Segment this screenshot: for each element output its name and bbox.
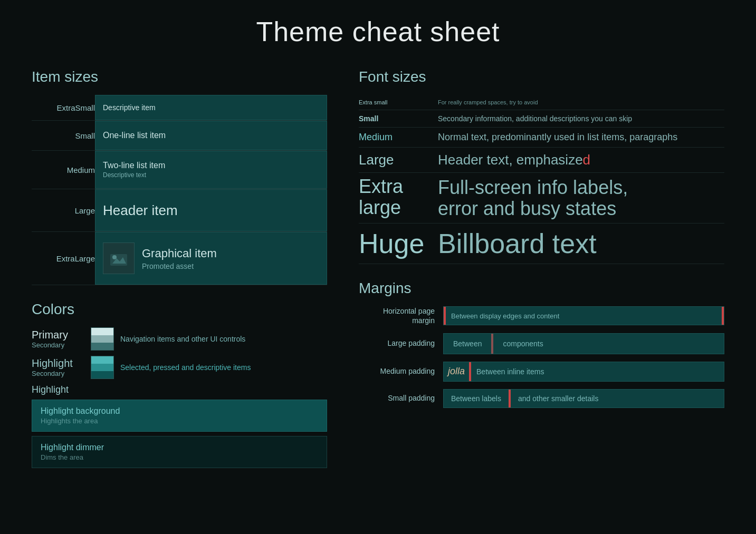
table-row: ExtraSmall Descriptive item <box>32 95 327 121</box>
item-sizes-title: Item sizes <box>32 69 327 85</box>
fs-label-sm: Small <box>359 110 438 128</box>
mp-text: Between inline items <box>471 367 544 376</box>
lp-left: Between <box>444 334 491 354</box>
hpm-marker-right <box>722 307 724 325</box>
hpm-text: Between display edges and content <box>451 312 559 320</box>
table-row: Small One-line list item <box>32 121 327 151</box>
mp-logo: jolla <box>444 366 469 377</box>
margin-visual-sp: Between labels and other smaller details <box>443 389 724 408</box>
color-desc-highlight: Selected, pressed and descriptive items <box>120 363 251 372</box>
margin-visual-hpm: Between display edges and content <box>443 306 724 325</box>
size-label-lg: Large <box>32 189 95 232</box>
fs-desc-huge: Billboard text <box>438 224 724 264</box>
margin-visual-lp: Between components <box>443 333 724 354</box>
margins-section: Margins Horizontal pagemargin Between di… <box>359 280 724 407</box>
margin-visual-mp: jolla Between inline items <box>443 362 724 382</box>
graphical-item-image <box>103 242 135 274</box>
table-row: Extralarge Full-screen info labels,error… <box>359 173 724 224</box>
color-row-highlight: Highlight Secondary Selected, pressed an… <box>32 356 327 379</box>
color-swatch-highlight <box>91 356 114 379</box>
graphical-item-text: Graphical item Promoted asset <box>142 247 217 270</box>
color-desc-primary: Navigation items and other UI controls <box>120 335 245 343</box>
margin-row-lp: Large padding Between components <box>359 333 724 354</box>
fs-label-xs: Extra small <box>359 95 438 110</box>
margin-row-hpm: Horizontal pagemargin Between display ed… <box>359 306 724 325</box>
highlight-dimmer-title: Highlight dimmer <box>41 443 318 452</box>
size-box-xl: Graphical item Promoted asset <box>95 232 327 285</box>
color-label-primary: Primary Secondary <box>32 329 84 349</box>
size-box-lg: Header item <box>95 189 327 231</box>
color-label-highlight: Highlight Secondary <box>32 357 84 377</box>
fs-desc-xl: Full-screen info labels,error and busy s… <box>438 173 724 224</box>
fs-desc-sm: Secondary information, additional descri… <box>438 110 724 128</box>
margins-title: Margins <box>359 280 724 297</box>
fs-label-md: Medium <box>359 128 438 148</box>
color-swatch-primary <box>91 327 114 351</box>
size-box-xs: Descriptive item <box>95 95 327 120</box>
size-label-xs: ExtraSmall <box>32 95 95 121</box>
svg-point-2 <box>112 255 117 259</box>
size-box-md: Two-line list item Descriptive text <box>95 151 327 189</box>
colors-section: Colors Primary Secondary Navigation item… <box>32 301 327 468</box>
fs-label-xl: Extralarge <box>359 173 438 224</box>
margin-label-sp: Small padding <box>359 393 443 403</box>
margin-label-mp: Medium padding <box>359 366 443 376</box>
fs-desc-xs: For really cramped spaces, try to avoid <box>438 95 724 110</box>
svg-rect-0 <box>110 254 127 266</box>
fs-label-huge: Huge <box>359 224 438 264</box>
font-sizes-table: Extra small For really cramped spaces, t… <box>359 95 724 264</box>
color-row-primary: Primary Secondary Navigation items and o… <box>32 327 327 351</box>
highlight-label: Highlight <box>32 384 327 395</box>
page-title: Theme cheat sheet <box>0 0 756 63</box>
highlight-dimmer-sub: Dims the area <box>41 453 318 461</box>
table-row: ExtraLarge Graphical item <box>32 232 327 285</box>
table-row: Medium Normal text, predominantly used i… <box>359 128 724 148</box>
fs-label-lg: Large <box>359 148 438 173</box>
highlight-bg-title: Highlight background <box>41 406 318 416</box>
size-label-sm: Small <box>32 121 95 151</box>
sp-right: and other smaller details <box>511 394 606 403</box>
margin-label-hpm: Horizontal pagemargin <box>359 306 443 325</box>
highlight-background-box: Highlight background Highlights the area <box>32 400 327 432</box>
size-label-md: Medium <box>32 151 95 189</box>
table-row: Small Secondary information, additional … <box>359 110 724 128</box>
table-row: Large Header item <box>32 189 327 232</box>
fs-desc-lg: Header text, emphasized <box>438 148 724 173</box>
margin-row-mp: Medium padding jolla Between inline item… <box>359 362 724 382</box>
colors-title: Colors <box>32 301 327 318</box>
font-sizes-section: Font sizes Extra small For really crampe… <box>359 69 724 264</box>
lp-right: components <box>493 334 552 354</box>
table-row: Medium Two-line list item Descriptive te… <box>32 151 327 189</box>
size-box-sm: One-line list item <box>95 121 327 150</box>
highlight-bg-sub: Highlights the area <box>41 417 318 425</box>
highlight-dimmer-box: Highlight dimmer Dims the area <box>32 436 327 468</box>
sp-left: Between labels <box>444 394 509 403</box>
table-row: Large Header text, emphasized <box>359 148 724 173</box>
margin-row-sp: Small padding Between labels and other s… <box>359 389 724 408</box>
fs-desc-md: Normal text, predominantly used in list … <box>438 128 724 148</box>
size-label-xl: ExtraLarge <box>32 232 95 285</box>
item-sizes-section: Item sizes ExtraSmall Descriptive item S… <box>32 69 327 285</box>
margin-label-lp: Large padding <box>359 338 443 348</box>
font-sizes-title: Font sizes <box>359 69 724 85</box>
table-row: Huge Billboard text <box>359 224 724 264</box>
item-sizes-table: ExtraSmall Descriptive item Small One-li… <box>32 95 327 285</box>
table-row: Extra small For really cramped spaces, t… <box>359 95 724 110</box>
